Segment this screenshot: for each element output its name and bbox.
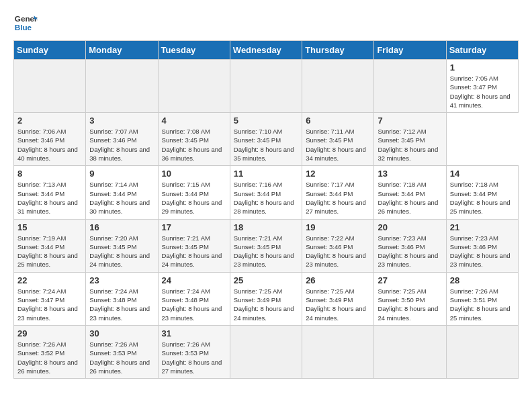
day-number: 24	[162, 275, 226, 285]
calendar-cell: 27Sunrise: 7:25 AMSunset: 3:50 PMDayligh…	[374, 272, 446, 325]
day-info: Sunrise: 7:17 AMSunset: 3:44 PMDaylight:…	[306, 180, 370, 216]
calendar-cell: 6Sunrise: 7:11 AMSunset: 3:45 PMDaylight…	[302, 113, 374, 166]
calendar-cell: 13Sunrise: 7:18 AMSunset: 3:44 PMDayligh…	[374, 166, 446, 219]
day-info: Sunrise: 7:21 AMSunset: 3:45 PMDaylight:…	[162, 234, 226, 269]
day-info: Sunrise: 7:08 AMSunset: 3:45 PMDaylight:…	[162, 127, 226, 163]
calendar-cell: 17Sunrise: 7:21 AMSunset: 3:45 PMDayligh…	[158, 219, 230, 272]
day-info: Sunrise: 7:16 AMSunset: 3:44 PMDaylight:…	[234, 180, 298, 216]
calendar-cell: 3Sunrise: 7:07 AMSunset: 3:46 PMDaylight…	[86, 113, 158, 166]
calendar-cell	[158, 60, 230, 113]
calendar-cell	[302, 325, 374, 378]
day-info: Sunrise: 7:10 AMSunset: 3:45 PMDaylight:…	[234, 127, 298, 163]
day-number: 12	[306, 169, 370, 179]
col-header-tuesday: Tuesday	[158, 41, 230, 60]
svg-text:Blue: Blue	[15, 23, 32, 32]
day-number: 26	[306, 275, 370, 285]
calendar-cell	[230, 325, 302, 378]
day-number: 6	[306, 116, 370, 126]
day-info: Sunrise: 7:25 AMSunset: 3:49 PMDaylight:…	[306, 287, 370, 322]
day-info: Sunrise: 7:25 AMSunset: 3:49 PMDaylight:…	[234, 287, 298, 322]
calendar-cell: 20Sunrise: 7:23 AMSunset: 3:46 PMDayligh…	[374, 219, 446, 272]
day-number: 7	[378, 116, 442, 126]
day-number: 19	[306, 222, 370, 232]
day-number: 21	[450, 222, 515, 232]
calendar-cell	[230, 60, 302, 113]
day-number: 4	[162, 116, 226, 126]
calendar-cell	[446, 325, 518, 378]
calendar-cell	[374, 325, 446, 378]
day-number: 15	[17, 222, 82, 232]
calendar-cell: 11Sunrise: 7:16 AMSunset: 3:44 PMDayligh…	[230, 166, 302, 219]
calendar-cell: 4Sunrise: 7:08 AMSunset: 3:45 PMDaylight…	[158, 113, 230, 166]
calendar-cell: 26Sunrise: 7:25 AMSunset: 3:49 PMDayligh…	[302, 272, 374, 325]
day-number: 30	[89, 328, 154, 338]
day-number: 20	[378, 222, 442, 232]
day-number: 1	[450, 62, 515, 73]
col-header-saturday: Saturday	[446, 41, 518, 60]
calendar-cell: 16Sunrise: 7:20 AMSunset: 3:45 PMDayligh…	[86, 219, 158, 272]
day-info: Sunrise: 7:21 AMSunset: 3:45 PMDaylight:…	[234, 234, 298, 269]
col-header-friday: Friday	[374, 41, 446, 60]
calendar-cell	[86, 60, 158, 113]
day-number: 23	[89, 275, 154, 285]
calendar-cell: 28Sunrise: 7:26 AMSunset: 3:51 PMDayligh…	[446, 272, 518, 325]
calendar-table: SundayMondayTuesdayWednesdayThursdayFrid…	[13, 40, 519, 379]
day-info: Sunrise: 7:23 AMSunset: 3:46 PMDaylight:…	[450, 234, 515, 269]
calendar-cell	[302, 60, 374, 113]
day-info: Sunrise: 7:24 AMSunset: 3:48 PMDaylight:…	[89, 287, 154, 322]
col-header-sunday: Sunday	[14, 41, 86, 60]
day-number: 9	[89, 169, 154, 179]
calendar-cell: 14Sunrise: 7:18 AMSunset: 3:44 PMDayligh…	[446, 166, 518, 219]
day-info: Sunrise: 7:20 AMSunset: 3:45 PMDaylight:…	[89, 234, 154, 269]
day-number: 17	[162, 222, 226, 232]
calendar-cell: 5Sunrise: 7:10 AMSunset: 3:45 PMDaylight…	[230, 113, 302, 166]
day-info: Sunrise: 7:15 AMSunset: 3:44 PMDaylight:…	[162, 180, 226, 216]
calendar-cell: 23Sunrise: 7:24 AMSunset: 3:48 PMDayligh…	[86, 272, 158, 325]
calendar-cell: 25Sunrise: 7:25 AMSunset: 3:49 PMDayligh…	[230, 272, 302, 325]
day-number: 3	[89, 116, 154, 126]
day-info: Sunrise: 7:18 AMSunset: 3:44 PMDaylight:…	[378, 180, 442, 216]
calendar-cell: 30Sunrise: 7:26 AMSunset: 3:53 PMDayligh…	[86, 325, 158, 378]
col-header-monday: Monday	[86, 41, 158, 60]
day-info: Sunrise: 7:13 AMSunset: 3:44 PMDaylight:…	[17, 180, 82, 216]
day-info: Sunrise: 7:26 AMSunset: 3:52 PMDaylight:…	[17, 340, 82, 375]
calendar-cell: 15Sunrise: 7:19 AMSunset: 3:44 PMDayligh…	[14, 219, 86, 272]
calendar-cell: 22Sunrise: 7:24 AMSunset: 3:47 PMDayligh…	[14, 272, 86, 325]
day-info: Sunrise: 7:24 AMSunset: 3:47 PMDaylight:…	[17, 287, 82, 322]
calendar-cell: 29Sunrise: 7:26 AMSunset: 3:52 PMDayligh…	[14, 325, 86, 378]
calendar-cell: 8Sunrise: 7:13 AMSunset: 3:44 PMDaylight…	[14, 166, 86, 219]
day-number: 27	[378, 275, 442, 285]
calendar-cell: 12Sunrise: 7:17 AMSunset: 3:44 PMDayligh…	[302, 166, 374, 219]
day-info: Sunrise: 7:18 AMSunset: 3:44 PMDaylight:…	[450, 180, 515, 216]
calendar-cell: 21Sunrise: 7:23 AMSunset: 3:46 PMDayligh…	[446, 219, 518, 272]
calendar-cell	[14, 60, 86, 113]
logo: General Blue	[13, 11, 38, 35]
day-number: 28	[450, 275, 515, 285]
col-header-thursday: Thursday	[302, 41, 374, 60]
day-number: 5	[234, 116, 298, 126]
col-header-wednesday: Wednesday	[230, 41, 302, 60]
day-info: Sunrise: 7:26 AMSunset: 3:51 PMDaylight:…	[450, 287, 515, 322]
calendar-cell: 18Sunrise: 7:21 AMSunset: 3:45 PMDayligh…	[230, 219, 302, 272]
calendar-cell: 9Sunrise: 7:14 AMSunset: 3:44 PMDaylight…	[86, 166, 158, 219]
day-info: Sunrise: 7:07 AMSunset: 3:46 PMDaylight:…	[89, 127, 154, 163]
day-number: 14	[450, 169, 515, 179]
day-info: Sunrise: 7:05 AMSunset: 3:47 PMDaylight:…	[450, 74, 515, 109]
day-info: Sunrise: 7:26 AMSunset: 3:53 PMDaylight:…	[162, 340, 226, 375]
day-info: Sunrise: 7:23 AMSunset: 3:46 PMDaylight:…	[378, 234, 442, 269]
day-info: Sunrise: 7:12 AMSunset: 3:45 PMDaylight:…	[378, 127, 442, 163]
day-number: 10	[162, 169, 226, 179]
day-info: Sunrise: 7:24 AMSunset: 3:48 PMDaylight:…	[162, 287, 226, 322]
calendar-cell	[374, 60, 446, 113]
calendar-cell: 2Sunrise: 7:06 AMSunset: 3:46 PMDaylight…	[14, 113, 86, 166]
calendar-cell: 10Sunrise: 7:15 AMSunset: 3:44 PMDayligh…	[158, 166, 230, 219]
day-number: 8	[17, 169, 82, 179]
day-info: Sunrise: 7:11 AMSunset: 3:45 PMDaylight:…	[306, 127, 370, 163]
day-number: 31	[162, 328, 226, 338]
day-number: 25	[234, 275, 298, 285]
day-number: 16	[89, 222, 154, 232]
calendar-cell: 24Sunrise: 7:24 AMSunset: 3:48 PMDayligh…	[158, 272, 230, 325]
day-number: 22	[17, 275, 82, 285]
calendar-cell: 19Sunrise: 7:22 AMSunset: 3:46 PMDayligh…	[302, 219, 374, 272]
day-info: Sunrise: 7:19 AMSunset: 3:44 PMDaylight:…	[17, 234, 82, 269]
